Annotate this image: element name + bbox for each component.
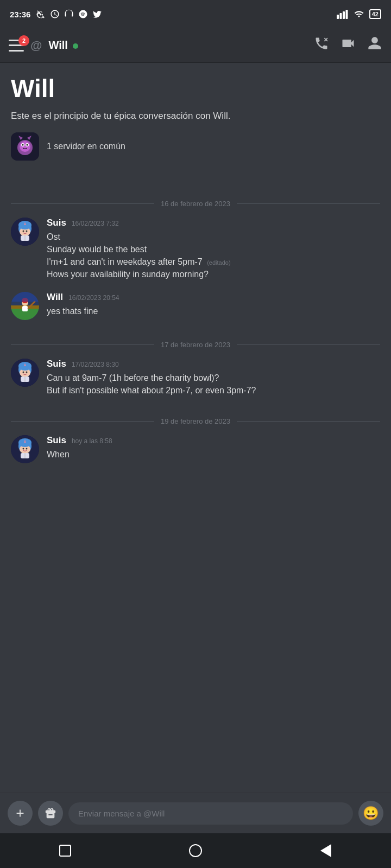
message-author-suis-2: Suis xyxy=(47,359,66,369)
navigation-bar xyxy=(0,833,391,868)
message-text-suis-2: Can u at 9am-7 (1h before the charity bo… xyxy=(47,372,380,397)
svg-rect-29 xyxy=(22,306,28,311)
message-header-suis-2: Suis 17/02/2023 8:30 xyxy=(47,359,380,369)
notification-badge: 2 xyxy=(18,35,29,46)
notification-muted-icon xyxy=(36,9,46,19)
svg-rect-3 xyxy=(343,11,345,19)
profile-header: Will Este es el principio de tu épica co… xyxy=(11,74,380,177)
avatar-suis xyxy=(11,218,39,246)
message-author: Suis xyxy=(47,218,66,228)
suis-avatar-image xyxy=(11,218,39,246)
clock: 23:36 xyxy=(10,10,30,19)
svg-point-36 xyxy=(23,371,24,373)
phone-call-icon[interactable] xyxy=(314,36,329,55)
message-content-suis-2: Suis 17/02/2023 8:30 Can u at 9am-7 (1h … xyxy=(47,359,380,397)
message-header-suis-3: Suis hoy a las 8:58 xyxy=(47,435,380,446)
emoji-icon: 😀 xyxy=(363,806,379,821)
chat-area: Will Este es el principio de tu épica co… xyxy=(0,63,391,793)
suis-avatar-image-3 xyxy=(11,435,39,463)
battery-level: 42 xyxy=(369,9,381,19)
svg-point-7 xyxy=(20,141,30,152)
svg-rect-4 xyxy=(345,10,348,19)
emoji-button[interactable]: 😀 xyxy=(358,801,383,826)
profile-name-big: Will xyxy=(11,74,380,103)
spotify-icon xyxy=(78,9,88,19)
wifi-icon xyxy=(353,9,365,19)
svg-point-45 xyxy=(23,448,24,449)
status-right-icons: 42 xyxy=(337,9,381,19)
svg-point-18 xyxy=(23,230,24,232)
message-content-will-1: Will 16/02/2023 20:54 yes thats fine xyxy=(47,292,380,320)
message-text: Ost Sunday would be the best I'm+1 and c… xyxy=(47,231,380,281)
svg-point-19 xyxy=(26,230,28,232)
avatar-suis-2 xyxy=(11,359,39,387)
online-indicator xyxy=(73,43,78,49)
date-divider-feb16: 16 de febrero de 2023 xyxy=(11,200,380,208)
avatar-will xyxy=(11,292,39,320)
svg-point-37 xyxy=(26,371,28,373)
nav-square-button[interactable] xyxy=(54,840,76,861)
message-time-will-1: 16/02/2023 20:54 xyxy=(68,294,119,302)
message-group: Suis 16/02/2023 7:32 Ost Sunday would be… xyxy=(11,218,380,281)
add-button[interactable] xyxy=(8,801,33,826)
toolbar-username: Will xyxy=(48,39,307,52)
message-author-will-1: Will xyxy=(47,292,63,303)
message-time: 16/02/2023 7:32 xyxy=(72,220,119,227)
svg-rect-2 xyxy=(339,13,342,19)
nav-triangle-icon xyxy=(320,844,331,857)
message-header-will-1: Will 16/02/2023 20:54 xyxy=(47,292,380,303)
svg-rect-31 xyxy=(11,292,39,302)
server-avatar xyxy=(11,132,39,161)
input-bar: Enviar mensaje a @Will 😀 xyxy=(0,793,391,833)
message-text-will-1: yes thats fine xyxy=(47,305,380,317)
message-content-suis-3: Suis hoy a las 8:58 When xyxy=(47,435,380,463)
edited-tag: (editado) xyxy=(207,259,230,266)
message-content: Suis 16/02/2023 7:32 Ost Sunday would be… xyxy=(47,218,380,281)
status-icons xyxy=(36,9,102,19)
date-divider-feb17: 17 de febrero de 2023 xyxy=(11,341,380,349)
gift-icon xyxy=(45,807,56,819)
toolbar: 2 @ Will xyxy=(0,28,391,63)
nav-back-button[interactable] xyxy=(315,840,337,861)
nav-circle-icon xyxy=(189,844,202,857)
message-author-suis-3: Suis xyxy=(47,435,66,446)
plus-icon xyxy=(14,807,26,819)
suis-avatar-image-2 xyxy=(11,359,39,387)
profile-description: Este es el principio de tu épica convers… xyxy=(11,110,380,123)
server-avatar-image xyxy=(11,132,39,161)
nav-home-button[interactable] xyxy=(185,840,206,861)
video-camera-icon[interactable] xyxy=(340,36,356,55)
input-placeholder: Enviar mensaje a @Will xyxy=(78,809,165,818)
user-profile-icon[interactable] xyxy=(367,36,382,55)
menu-button-wrap[interactable]: 2 xyxy=(9,40,24,52)
svg-point-10 xyxy=(22,144,24,145)
twitter-icon xyxy=(92,9,102,19)
at-symbol: @ xyxy=(30,39,42,53)
svg-rect-1 xyxy=(337,15,339,19)
common-server-text: 1 servidor en común xyxy=(47,142,125,151)
message-group-suis-2: Suis 17/02/2023 8:30 Can u at 9am-7 (1h … xyxy=(11,359,380,397)
message-group-will-1: Will 16/02/2023 20:54 yes thats fine xyxy=(11,292,380,320)
signal-icon xyxy=(337,9,349,19)
svg-point-46 xyxy=(26,448,28,449)
message-text-suis-3: When xyxy=(47,448,380,461)
toolbar-actions xyxy=(314,36,382,55)
message-time-suis-3: hoy a las 8:58 xyxy=(72,437,112,445)
headphone-icon xyxy=(64,9,74,19)
message-time-suis-2: 17/02/2023 8:30 xyxy=(72,361,119,368)
avatar-suis-3 xyxy=(11,435,39,463)
status-bar: 23:36 42 xyxy=(0,0,391,28)
will-avatar-image xyxy=(11,292,39,320)
date-divider-feb19: 19 de febrero de 2023 xyxy=(11,417,380,425)
nav-square-icon xyxy=(59,845,71,857)
message-input[interactable]: Enviar mensaje a @Will xyxy=(68,802,353,825)
gift-button[interactable] xyxy=(38,801,63,826)
common-servers: 1 servidor en común xyxy=(11,132,380,161)
message-header: Suis 16/02/2023 7:32 xyxy=(47,218,380,228)
alarm-icon xyxy=(50,9,60,19)
svg-point-11 xyxy=(27,144,28,145)
message-group-suis-3: Suis hoy a las 8:58 When xyxy=(11,435,380,463)
status-time: 23:36 xyxy=(10,9,102,19)
